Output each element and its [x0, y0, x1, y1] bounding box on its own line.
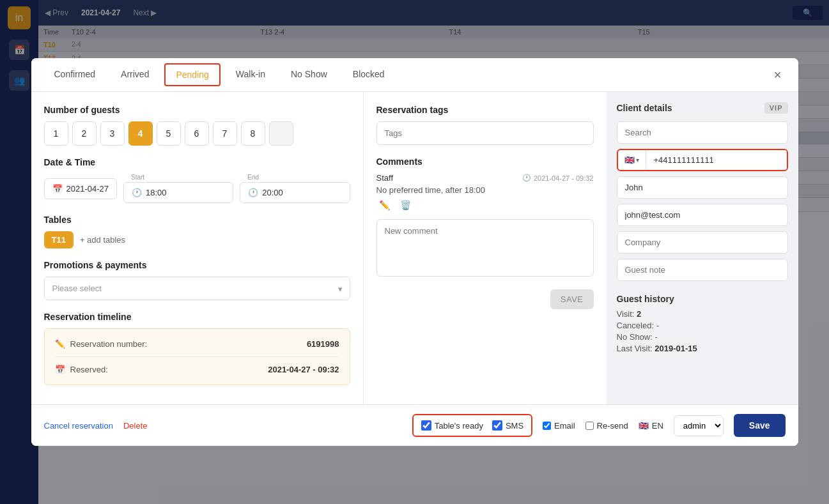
- history-visit: Visit: 2: [617, 309, 788, 319]
- name-input[interactable]: [617, 176, 788, 199]
- tab-arrived[interactable]: Arrived: [108, 60, 162, 90]
- comment-item: Staff 🕐 2021-04-27 - 09:32 No preferred …: [376, 173, 594, 211]
- email-checkbox-label[interactable]: Email: [543, 421, 575, 431]
- end-label: End: [240, 174, 350, 181]
- datetime-section: Date & Time 📅 2021-04-27 Start 🕐 18:: [44, 157, 350, 203]
- timeline-row-reserved: 📅 Reserved: 2021-04-27 - 09:32: [55, 362, 339, 377]
- promotions-select[interactable]: Please select ▾: [44, 277, 350, 300]
- language-selector[interactable]: 🇬🇧 EN: [639, 421, 663, 431]
- tags-input[interactable]: [376, 121, 594, 145]
- start-time-value: 18:00: [146, 188, 167, 197]
- count-btn-3[interactable]: 3: [100, 121, 125, 146]
- guest-note-input[interactable]: [617, 259, 788, 281]
- company-input[interactable]: [617, 231, 788, 254]
- count-btn-8[interactable]: 8: [241, 121, 265, 146]
- sms-checkbox-label[interactable]: SMS: [492, 420, 523, 431]
- tags-section: Reservation tags: [376, 105, 594, 145]
- count-btn-4[interactable]: 4: [128, 121, 153, 146]
- flag-selector[interactable]: 🇬🇧 ▾: [618, 150, 646, 170]
- cancel-reservation-link[interactable]: Cancel reservation: [44, 421, 113, 431]
- tags-label: Reservation tags: [376, 105, 594, 115]
- new-comment-textarea[interactable]: [376, 219, 594, 277]
- vip-badge: VIP: [764, 102, 788, 114]
- start-label: Start: [123, 174, 233, 181]
- save-button[interactable]: Save: [734, 414, 786, 437]
- end-time-field[interactable]: 🕐 20:00: [240, 182, 350, 203]
- lang-flag-icon: 🇬🇧: [639, 421, 649, 431]
- tab-pending[interactable]: Pending: [164, 63, 220, 86]
- comments-section: Comments Staff 🕐 2021-04-27 - 09:32 No p…: [376, 157, 594, 309]
- promotions-section: Promotions & payments Please select ▾: [44, 260, 350, 300]
- phone-field-wrapper: 🇬🇧 ▾: [617, 149, 788, 171]
- clock-icon: 🕐: [132, 188, 142, 197]
- comment-time: 🕐 2021-04-27 - 09:32: [522, 174, 594, 182]
- count-btn-6[interactable]: 6: [185, 121, 209, 146]
- modal-footer: Cancel reservation Delete Table's ready …: [31, 404, 798, 446]
- edit-icon: ✏️: [55, 339, 65, 349]
- middle-panel: Reservation tags Comments Staff 🕐 2021-0…: [364, 92, 607, 404]
- date-field[interactable]: 📅 2021-04-27: [44, 178, 118, 199]
- tables-ready-checkbox-label[interactable]: Table's ready: [421, 420, 483, 431]
- tables-label: Tables: [44, 215, 350, 225]
- tables-ready-label: Table's ready: [435, 421, 483, 431]
- delete-link[interactable]: Delete: [123, 421, 148, 431]
- admin-select[interactable]: admin: [674, 415, 724, 436]
- sms-label: SMS: [506, 421, 523, 431]
- date-value: 2021-04-27: [66, 184, 109, 194]
- timeline-label: Reservation timeline: [44, 312, 350, 322]
- chevron-down-icon: ▾: [338, 284, 343, 293]
- client-title: Client details: [617, 103, 672, 113]
- chevron-icon: ▾: [636, 157, 639, 164]
- table-badge[interactable]: T11: [44, 231, 74, 248]
- timeline-box: ✏️ Reservation number: 6191998 📅 Reserve…: [44, 328, 350, 385]
- right-panel: Client details VIP 🇬🇧 ▾: [607, 92, 798, 404]
- timeline-key-number: ✏️ Reservation number:: [55, 339, 148, 349]
- clock-icon-comment: 🕐: [522, 174, 531, 182]
- history-canceled: Canceled: -: [617, 321, 788, 330]
- uk-flag-icon: 🇬🇧: [624, 155, 635, 165]
- guest-count-row: 1 2 3 4 5 6 7 8: [44, 121, 350, 146]
- save-comment-button[interactable]: SAVE: [550, 289, 594, 309]
- promotions-label: Promotions & payments: [44, 260, 350, 270]
- start-time-field[interactable]: 🕐 18:00: [123, 182, 233, 203]
- resend-checkbox[interactable]: [585, 422, 594, 430]
- calendar-icon-timeline: 📅: [55, 365, 65, 374]
- sms-checkbox[interactable]: [492, 420, 502, 431]
- resend-checkbox-label[interactable]: Re-send: [585, 421, 628, 431]
- count-btn-5[interactable]: 5: [157, 121, 181, 146]
- reserved-date-value: 2021-04-27 - 09:32: [268, 365, 339, 374]
- add-tables-button[interactable]: + add tables: [80, 235, 125, 245]
- comment-header: Staff 🕐 2021-04-27 - 09:32: [376, 173, 594, 183]
- end-time-value: 20:00: [262, 188, 283, 197]
- email-input[interactable]: [617, 204, 788, 226]
- edit-comment-button[interactable]: ✏️: [376, 199, 392, 211]
- timeline-row-number: ✏️ Reservation number: 6191998: [55, 337, 339, 351]
- count-btn-empty[interactable]: [269, 121, 293, 146]
- client-search-input[interactable]: [617, 121, 788, 144]
- email-checkbox[interactable]: [543, 422, 551, 430]
- left-panel: Number of guests 1 2 3 4 5 6 7 8 Date & …: [31, 92, 364, 404]
- tab-blocked[interactable]: Blocked: [340, 60, 398, 90]
- count-btn-1[interactable]: 1: [44, 121, 68, 146]
- timeline-section: Reservation timeline ✏️ Reservation numb…: [44, 312, 350, 385]
- comment-staff: Staff: [376, 173, 394, 183]
- count-btn-2[interactable]: 2: [72, 121, 97, 146]
- tab-noshow[interactable]: No Show: [278, 60, 340, 90]
- history-lastvisit: Last Visit: 2019-01-15: [617, 344, 788, 353]
- datetime-label: Date & Time: [44, 157, 350, 167]
- phone-input[interactable]: [646, 150, 787, 170]
- tables-ready-checkbox[interactable]: [421, 420, 431, 431]
- tab-confirmed[interactable]: Confirmed: [42, 60, 109, 90]
- count-btn-7[interactable]: 7: [213, 121, 237, 146]
- timeline-key-reserved: 📅 Reserved:: [55, 365, 108, 374]
- delete-comment-button[interactable]: 🗑️: [398, 199, 414, 211]
- modal-body: Number of guests 1 2 3 4 5 6 7 8 Date & …: [31, 92, 798, 404]
- close-button[interactable]: ×: [768, 65, 788, 85]
- comment-text: No preferred time, after 18:00: [376, 185, 594, 195]
- comment-actions: ✏️ 🗑️: [376, 199, 594, 211]
- tab-walkin[interactable]: Walk-in: [223, 60, 278, 90]
- resend-label: Re-send: [597, 421, 628, 431]
- guest-history: Guest history Visit: 2 Canceled: - No Sh…: [617, 294, 788, 353]
- lang-code: EN: [652, 421, 663, 431]
- guests-label: Number of guests: [44, 105, 350, 115]
